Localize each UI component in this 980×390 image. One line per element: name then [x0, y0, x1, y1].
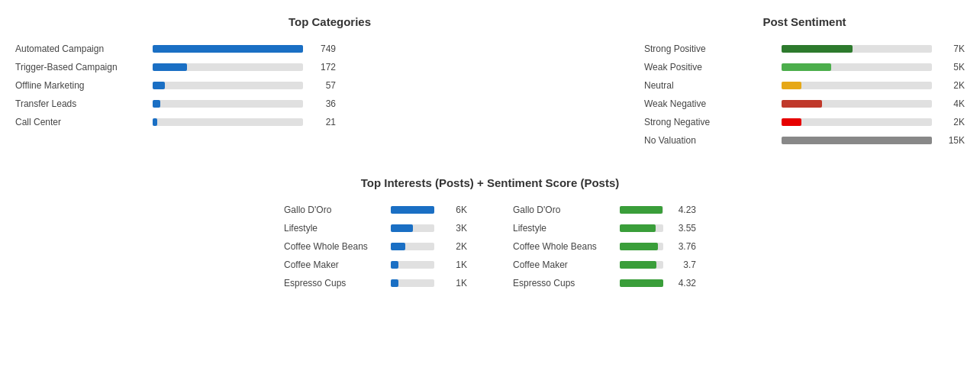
bar-label: Coffee Whole Beans	[513, 241, 620, 252]
bar-value: 749	[309, 44, 336, 54]
bar-value: 5K	[938, 62, 965, 73]
bar-label: Gallo D'Oro	[513, 205, 620, 215]
bar-track	[391, 206, 434, 214]
bar-label: Transfer Leads	[15, 98, 153, 109]
bar-track	[391, 279, 434, 287]
bar-track	[620, 243, 663, 250]
bar-value: 2K	[938, 80, 965, 91]
bar-label: Strong Negative	[644, 117, 782, 127]
bar-value: 4K	[938, 98, 965, 109]
bar-track	[153, 63, 303, 71]
bar-value: 21	[309, 117, 336, 127]
bar-row: No Valuation15K	[644, 135, 965, 146]
bar-label: Offline Marketing	[15, 80, 153, 91]
post-sentiment-section: Post Sentiment Strong Positive7KWeak Pos…	[644, 15, 965, 153]
bar-track	[153, 45, 303, 53]
bar-label: Lifestyle	[284, 223, 391, 234]
bar-value: 36	[309, 98, 336, 109]
top-categories-section: Top Categories Automated Campaign749Trig…	[15, 15, 644, 135]
bar-value: 1K	[440, 278, 467, 288]
bar-fill	[620, 243, 658, 250]
bar-track	[782, 45, 932, 53]
bar-row: Coffee Maker3.7	[513, 259, 696, 270]
bar-fill	[620, 206, 662, 214]
bar-fill	[391, 261, 398, 269]
bar-row: Weak Positive5K	[644, 62, 965, 73]
post-sentiment-bars: Strong Positive7KWeak Positive5KNeutral2…	[644, 44, 965, 146]
bar-label: Coffee Maker	[513, 259, 620, 270]
top-categories-title: Top Categories	[15, 15, 644, 28]
bar-label: Coffee Maker	[284, 259, 391, 270]
bar-row: Coffee Whole Beans2K	[284, 241, 467, 252]
bar-row: Neutral2K	[644, 80, 965, 91]
bar-fill	[391, 224, 413, 232]
bar-track	[153, 82, 303, 89]
bar-label: Strong Positive	[644, 44, 782, 54]
bar-track	[782, 118, 932, 126]
bar-label: Espresso Cups	[284, 278, 391, 288]
bar-fill	[620, 279, 663, 287]
bar-value: 2K	[938, 117, 965, 127]
bar-value: 6K	[440, 205, 467, 215]
post-sentiment-title: Post Sentiment	[644, 15, 965, 28]
main-container: Top Categories Automated Campaign749Trig…	[8, 15, 972, 296]
bar-value: 172	[309, 62, 336, 73]
bar-track	[782, 63, 932, 71]
bar-label: Gallo D'Oro	[284, 205, 391, 215]
bar-fill	[782, 82, 801, 89]
top-categories-bars: Automated Campaign749Trigger-Based Campa…	[15, 44, 644, 127]
bar-value: 3.7	[669, 259, 696, 270]
bar-value: 4.32	[669, 278, 696, 288]
bar-row: Offline Marketing57	[15, 80, 336, 91]
bar-fill	[153, 118, 157, 126]
bar-track	[153, 118, 303, 126]
bar-value: 7K	[938, 44, 965, 54]
bar-value: 1K	[440, 259, 467, 270]
bar-fill	[391, 206, 434, 214]
bar-row: Trigger-Based Campaign172	[15, 62, 336, 73]
bar-row: Strong Negative2K	[644, 117, 965, 127]
bar-fill	[391, 279, 398, 287]
bar-value: 3.55	[669, 223, 696, 234]
bar-row: Call Center21	[15, 117, 336, 127]
bar-track	[620, 279, 663, 287]
interests-left: Gallo D'Oro6KLifestyle3KCoffee Whole Bea…	[284, 205, 467, 296]
bar-label: Coffee Whole Beans	[284, 241, 391, 252]
bar-row: Espresso Cups4.32	[513, 278, 696, 288]
bar-label: Trigger-Based Campaign	[15, 62, 153, 73]
bar-row: Lifestyle3.55	[513, 223, 696, 234]
bar-track	[153, 100, 303, 108]
bar-row: Weak Negative4K	[644, 98, 965, 109]
bar-label: Weak Negative	[644, 98, 782, 109]
bar-label: Neutral	[644, 80, 782, 91]
bar-label: Automated Campaign	[15, 44, 153, 54]
bar-fill	[153, 82, 165, 89]
bar-track	[620, 224, 663, 232]
bar-value: 15K	[938, 135, 965, 146]
bar-value: 4.23	[669, 205, 696, 215]
top-row: Top Categories Automated Campaign749Trig…	[8, 15, 972, 153]
bar-fill	[620, 261, 656, 269]
bottom-row: Top Interests (Posts) + Sentiment Score …	[8, 176, 972, 296]
bar-label: Lifestyle	[513, 223, 620, 234]
bar-fill	[782, 137, 932, 144]
bar-fill	[391, 243, 405, 250]
bar-fill	[782, 45, 853, 53]
bar-track	[391, 224, 434, 232]
bar-row: Espresso Cups1K	[284, 278, 467, 288]
bar-track	[782, 82, 932, 89]
bar-value: 2K	[440, 241, 467, 252]
bar-fill	[153, 100, 160, 108]
bar-row: Gallo D'Oro4.23	[513, 205, 696, 215]
bar-fill	[782, 100, 822, 108]
bar-fill	[782, 63, 831, 71]
interests-right: Gallo D'Oro4.23Lifestyle3.55Coffee Whole…	[513, 205, 696, 296]
bar-row: Strong Positive7K	[644, 44, 965, 54]
bar-label: Espresso Cups	[513, 278, 620, 288]
bar-fill	[782, 118, 801, 126]
bar-value: 3K	[440, 223, 467, 234]
bar-row: Gallo D'Oro6K	[284, 205, 467, 215]
bar-value: 57	[309, 80, 336, 91]
bar-row: Coffee Maker1K	[284, 259, 467, 270]
bar-row: Transfer Leads36	[15, 98, 336, 109]
